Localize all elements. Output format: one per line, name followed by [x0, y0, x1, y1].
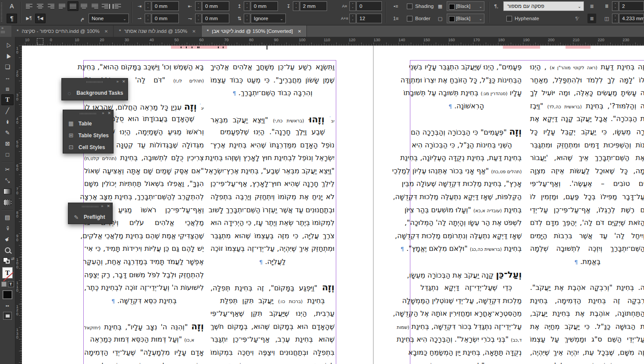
panel-close-icon[interactable]: ✕: [122, 79, 125, 84]
tab-close-icon[interactable]: ✕: [104, 29, 108, 34]
screen-mode-button[interactable]: [3, 312, 12, 320]
justify-last-left-button[interactable]: [57, 1, 68, 11]
space-before-stepper[interactable]: [244, 1, 250, 11]
rtl-paragraph-direction-button[interactable]: ¶◀: [35, 14, 46, 23]
tab-close-icon[interactable]: ✕: [192, 29, 196, 34]
background-tasks-tab[interactable]: ◌ Background Tasks: [62, 86, 128, 100]
selection-tool[interactable]: ▷: [1, 39, 14, 50]
border-checkbox[interactable]: [407, 16, 413, 21]
gradient-swatch-tool[interactable]: [1, 186, 14, 197]
panel-item-table-styles[interactable]: ⊞Table Styles: [63, 129, 113, 141]
text-column[interactable]: זֶה בְּחִינַת דַּעַת (ראה לקוטי מוהר"ן א…: [530, 61, 644, 364]
panel-grip[interactable]: [82, 206, 99, 207]
rectangle-tool[interactable]: □: [1, 149, 14, 160]
black-color-swatch[interactable]: [3, 290, 12, 299]
space-after-stepper[interactable]: [293, 1, 299, 11]
panel-grip[interactable]: [80, 113, 96, 114]
paragraph-style-select[interactable]: פסקה עם מספור: [503, 1, 584, 11]
panel-header[interactable]: » ✕: [68, 203, 112, 211]
panel-close-icon[interactable]: ✕: [107, 111, 111, 115]
page-tool[interactable]: ❏: [1, 61, 14, 72]
baseline-stepper[interactable]: [349, 14, 356, 23]
justify-all-button[interactable]: [68, 1, 78, 11]
ltr-paragraph-direction-button[interactable]: ▶¶: [24, 14, 34, 23]
document-tab[interactable]: *לוח שנה אסתר.indd @ 150%✕: [114, 25, 201, 37]
apply-color-icon[interactable]: ▪▪: [6, 303, 9, 308]
document-tab[interactable]: *החיים כסיפור - סקיצה.indd @ 100%✕: [11, 25, 114, 37]
align-left-button[interactable]: [24, 1, 35, 11]
frame-tool[interactable]: ⊠: [1, 138, 14, 149]
kashida-select[interactable]: None: [89, 14, 129, 23]
align-toward-spine-button[interactable]: [100, 1, 111, 11]
panel-grip[interactable]: [86, 81, 103, 83]
last-line-indent-field[interactable]: 0 mm: [202, 14, 229, 23]
panel-collapse-icon[interactable]: »: [102, 111, 104, 115]
free-transform-tool[interactable]: ⤡: [1, 175, 14, 186]
bulleted-list-icon[interactable]: •≡: [390, 1, 402, 11]
balance-columns-icon[interactable]: ≣: [587, 1, 596, 11]
hyphenate-checkbox[interactable]: [506, 16, 512, 21]
text-column[interactable]: וַתִּשְׂנָא רֶשַׁע עַל־כֵּן מְשָׁחֲךָ אֱ…: [210, 61, 334, 364]
columns-stepper[interactable]: [612, 1, 619, 11]
ruler-corner[interactable]: [15, 37, 22, 46]
last-line-indent-stepper[interactable]: [195, 14, 202, 23]
eyedropper-tool[interactable]: ✑: [1, 223, 14, 234]
fill-stroke-mini-indicator[interactable]: ⇄: [3, 257, 12, 264]
panel-close-icon[interactable]: ✕: [107, 204, 110, 208]
right-indent-field[interactable]: 0 mm: [202, 1, 229, 11]
pencil-tool[interactable]: ✎: [1, 127, 14, 138]
columns-field[interactable]: 2: [619, 1, 644, 11]
panel-collapse-icon[interactable]: »: [116, 79, 118, 84]
baseline-field[interactable]: 12: [356, 14, 382, 23]
panel-collapse-icon[interactable]: »: [101, 204, 103, 208]
mini-stroke-swatch[interactable]: [6, 260, 10, 264]
space-between-stepper[interactable]: [244, 14, 250, 23]
direct-selection-tool[interactable]: ▶: [1, 50, 14, 61]
gutter-stepper[interactable]: [612, 14, 619, 23]
type-tool[interactable]: T: [1, 94, 14, 105]
note-tool[interactable]: ▤: [1, 212, 14, 223]
gap-tool[interactable]: ↔: [1, 72, 14, 83]
drop-cap-lines-field[interactable]: 0: [356, 1, 382, 11]
shading-color-select[interactable]: [Black]: [447, 1, 484, 11]
first-line-indent-field[interactable]: 0 mm: [152, 14, 179, 23]
line-tool[interactable]: ╱: [1, 105, 14, 116]
align-center-button[interactable]: [35, 1, 46, 11]
panel-header[interactable]: » ✕: [62, 79, 128, 86]
shading-checkbox[interactable]: [407, 4, 413, 9]
balance-columns-active-icon[interactable]: ≣: [587, 14, 596, 23]
align-right-button[interactable]: [46, 1, 57, 11]
zoom-tool[interactable]: [1, 245, 14, 256]
space-between-select[interactable]: Ignore: [251, 14, 286, 23]
first-line-indent-stepper[interactable]: [145, 14, 151, 23]
space-before-field[interactable]: 0 mm: [251, 1, 278, 11]
panel-item-cell-styles[interactable]: ⊡Cell Styles: [63, 141, 113, 153]
fill-indicator-text-none[interactable]: T: [2, 267, 13, 278]
preflight-tab[interactable]: ✎ Preflight: [68, 211, 112, 224]
content-collector-tool[interactable]: ⧈: [1, 83, 14, 94]
right-indent-stepper[interactable]: [195, 1, 202, 11]
space-after-field[interactable]: 2 mm: [300, 1, 327, 11]
left-indent-field[interactable]: 0 mm: [152, 1, 179, 11]
gradient-feather-tool[interactable]: [1, 197, 14, 208]
justify-last-right-button[interactable]: [89, 1, 100, 11]
border-color-select[interactable]: [Black]: [447, 14, 484, 23]
numbered-list-icon[interactable]: 1≡: [390, 14, 402, 23]
hand-tool[interactable]: ☛: [1, 234, 14, 245]
justify-last-center-button[interactable]: [78, 1, 89, 11]
formatting-affects-container-button[interactable]: [1, 282, 7, 287]
swap-fill-stroke-icon[interactable]: ⇄: [11, 257, 14, 261]
left-indent-stepper[interactable]: [145, 1, 151, 11]
tab-close-icon[interactable]: ✕: [298, 29, 301, 34]
background-tasks-panel[interactable]: » ✕ ◌ Background Tasks: [61, 78, 128, 100]
align-away-spine-button[interactable]: [111, 1, 122, 11]
table-panel-group[interactable]: » ✕ ▦Table⊞Table Styles⊡Cell Styles: [63, 110, 114, 153]
panel-item-table[interactable]: ▦Table: [63, 118, 113, 129]
pen-tool[interactable]: ✒: [1, 116, 14, 127]
text-column[interactable]: פְּעָמִים", הַיְנוּ שֶׁיַּעֲקֹב הִתְגַּב…: [411, 61, 522, 364]
scissors-tool[interactable]: ✂: [1, 164, 14, 175]
vertical-ruler[interactable]: 1 02 03 04 05 06 07 08 09 01 0 01 1 01 2…: [15, 46, 22, 364]
panel-header[interactable]: » ✕: [63, 110, 113, 118]
horizontal-ruler[interactable]: 1001020304050607080901001101201301401501…: [22, 37, 644, 46]
dock-collapse-icon[interactable]: »: [1, 26, 4, 30]
